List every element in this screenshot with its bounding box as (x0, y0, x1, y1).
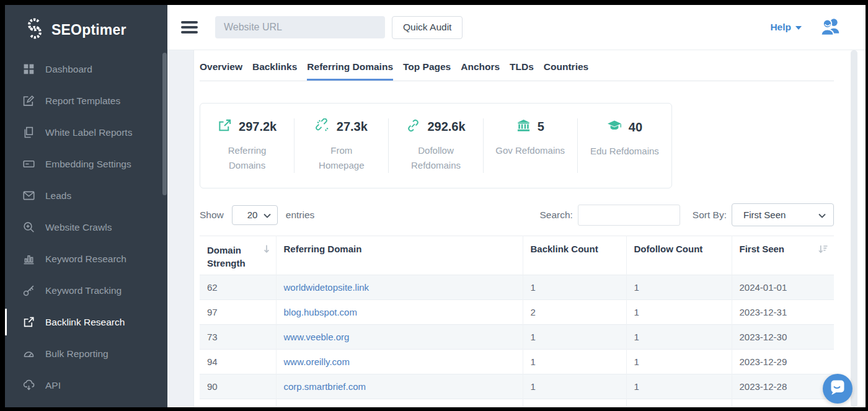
sidebar-item-embedding-settings[interactable]: Embedding Settings (5, 148, 167, 180)
stat-value: 5 (538, 120, 544, 134)
column-header-domain-strength[interactable]: Domain Strength (200, 236, 276, 275)
sidebar-item-dashboard[interactable]: Dashboard (5, 53, 167, 85)
sidebar: SEOptimer Dashboard Report Templates Whi… (5, 5, 167, 407)
cell-domain-strength: 97 (200, 300, 276, 325)
chevron-down-icon (818, 210, 826, 220)
cell-dofollow-count: 1 (626, 374, 732, 399)
chat-bubble-icon (823, 373, 852, 405)
screenshot-frame: SEOptimer Dashboard Report Templates Whi… (0, 0, 868, 411)
tab-tlds[interactable]: TLDs (510, 56, 534, 81)
stat-gov-refdomains: 5 Gov Refdomains (484, 118, 578, 173)
sidebar-item-backlink-research[interactable]: Backlink Research (5, 306, 167, 338)
table-search-input[interactable] (578, 205, 680, 226)
sidebar-item-keyword-tracking[interactable]: Keyword Tracking (5, 275, 167, 306)
cell-domain-strength: 94 (200, 350, 276, 374)
stat-from-homepage: 27.3k From Homepage (294, 118, 389, 173)
help-menu[interactable]: Help (770, 22, 802, 33)
sort-arrow-down-icon (263, 244, 270, 255)
cell-domain-strength: 73 (200, 325, 276, 350)
sidebar-item-label: Dashboard (45, 64, 92, 75)
cell-domain-strength: 62 (200, 275, 276, 300)
search-label: Search: (539, 210, 572, 221)
cell-first-seen: 2023-12-30 (732, 325, 834, 350)
chat-widget-button[interactable] (823, 374, 852, 404)
referring-domain-link[interactable]: corp.smartbrief.com (284, 381, 366, 392)
sort-by-value: First Seen (743, 210, 786, 220)
tab-backlinks[interactable]: Backlinks (252, 56, 297, 81)
cell-backlink-count: 1 (523, 325, 626, 350)
app-logo[interactable]: SEOptimer (5, 5, 167, 53)
sidebar-item-white-label-reports[interactable]: White Label Reports (5, 117, 167, 148)
column-header-referring-domain[interactable]: Referring Domain (276, 236, 523, 275)
sidebar-item-label: Bulk Reporting (45, 348, 108, 360)
cell-domain-strength: 90 (200, 374, 276, 399)
tab-countries[interactable]: Countries (544, 56, 588, 81)
table-row: 94 www.oreilly.com 1 1 2023-12-29 (200, 350, 834, 374)
sidebar-item-leads[interactable]: Leads (5, 180, 167, 211)
stat-label: Edu Refdomains (590, 144, 659, 159)
sidebar-item-label: Report Templates (45, 95, 120, 107)
column-header-dofollow-count[interactable]: Dofollow Count (626, 236, 732, 275)
bulk-reporting-icon (23, 348, 35, 360)
chevron-down-icon (264, 210, 271, 220)
topbar: Quick Audit Help (167, 5, 866, 50)
entries-select-value: 20 (247, 210, 258, 220)
table-row: 97 blog.hubspot.com 2 1 2023-12-31 (200, 300, 834, 325)
cell-backlink-count: 1 (523, 275, 626, 300)
sidebar-item-label: Keyword Research (45, 254, 126, 265)
sidebar-item-label: Backlink Research (45, 317, 125, 328)
content-area: Overview Backlinks Referring Domains Top… (167, 50, 866, 407)
cell-dofollow-count: 1 (626, 325, 732, 350)
tab-anchors[interactable]: Anchors (461, 56, 500, 81)
table-row: 73 www.veeble.org 1 1 2023-12-30 (200, 325, 834, 350)
sidebar-item-bulk-reporting[interactable]: Bulk Reporting (5, 338, 167, 369)
tab-referring-domains[interactable]: Referring Domains (307, 56, 393, 81)
sidebar-item-label: Embedding Settings (45, 159, 131, 170)
referring-domain-link[interactable]: www.oreilly.com (284, 356, 350, 367)
stat-value: 292.6k (427, 120, 465, 134)
cell-backlink-count: 2 (523, 300, 626, 325)
referring-domain-link[interactable]: worldwidetopsite.link (284, 282, 370, 293)
sidebar-item-report-templates[interactable]: Report Templates (5, 85, 167, 117)
account-users-icon[interactable] (820, 17, 841, 38)
cell-first-seen: 2024-01-01 (732, 275, 834, 300)
content-scrollbar[interactable] (851, 50, 857, 407)
sidebar-item-website-crawls[interactable]: Website Crawls (5, 211, 167, 243)
stat-label: Gov Refdomains (495, 143, 565, 158)
report-templates-icon (23, 95, 35, 107)
sidebar-nav: Dashboard Report Templates White Label R… (5, 53, 167, 401)
sidebar-item-label: White Label Reports (45, 127, 132, 138)
stat-value: 40 (629, 120, 642, 135)
report-tabs: Overview Backlinks Referring Domains Top… (200, 56, 834, 81)
external-link-icon (218, 118, 232, 135)
stat-label: Dofollow Refdomains (401, 143, 471, 173)
hamburger-menu-icon[interactable] (181, 21, 198, 33)
cell-backlink-count: 1 (523, 374, 626, 399)
sort-by-select[interactable]: First Seen (732, 203, 834, 226)
sidebar-scrollbar-thumb[interactable] (162, 53, 167, 195)
column-header-backlink-count[interactable]: Backlink Count (523, 236, 626, 275)
sidebar-item-keyword-research[interactable]: Keyword Research (5, 243, 167, 275)
tab-overview[interactable]: Overview (200, 56, 242, 81)
quick-audit-button[interactable]: Quick Audit (392, 16, 463, 39)
tab-top-pages[interactable]: Top Pages (403, 56, 451, 81)
backlink-research-icon (23, 316, 35, 328)
sidebar-item-api[interactable]: API (5, 369, 167, 401)
refdomain-stats-card: 297.2k Referring Domains 27.3k From Home… (200, 103, 672, 188)
help-label: Help (770, 22, 791, 33)
broken-link-icon (316, 118, 330, 135)
app-window: SEOptimer Dashboard Report Templates Whi… (5, 5, 866, 407)
website-url-input[interactable] (215, 16, 385, 38)
column-header-first-seen[interactable]: First Seen (732, 236, 834, 275)
sidebar-item-label: Keyword Tracking (45, 285, 122, 296)
entries-select[interactable]: 20 (232, 205, 278, 225)
cell-dofollow-count: 1 (626, 350, 732, 374)
sidebar-item-label: Website Crawls (45, 222, 112, 233)
table-controls: Show 20 entries Search: Sort By: First S… (200, 203, 834, 226)
cell-first-seen: 2023-12-31 (732, 300, 834, 325)
sort-amount-desc-icon (818, 244, 828, 256)
white-label-reports-icon (23, 126, 35, 138)
main-area: Quick Audit Help (167, 5, 866, 407)
referring-domain-link[interactable]: www.veeble.org (284, 332, 350, 342)
referring-domain-link[interactable]: blog.hubspot.com (284, 307, 357, 317)
